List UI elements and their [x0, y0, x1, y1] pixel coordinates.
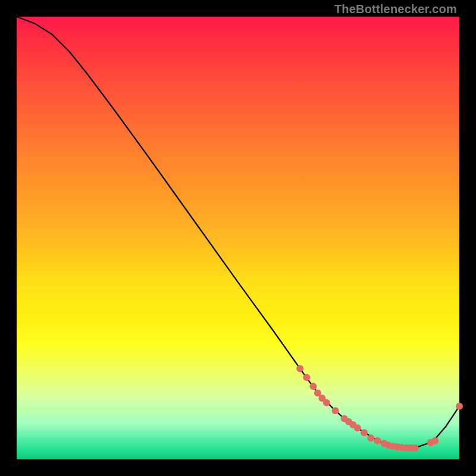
highlighted-points: [296, 365, 463, 451]
marker-point: [374, 437, 381, 444]
plot-area: [17, 17, 459, 459]
marker-point: [303, 374, 310, 381]
marker-point: [456, 403, 463, 410]
marker-point: [309, 383, 317, 390]
chart-svg: [17, 17, 459, 459]
marker-point: [296, 365, 303, 372]
marker-point: [431, 437, 439, 444]
marker-point: [332, 407, 339, 414]
chart-canvas: TheBottlenecker.com: [0, 0, 476, 476]
marker-point: [412, 444, 419, 452]
marker-point: [361, 429, 368, 436]
marker-point: [367, 434, 374, 441]
bottleneck-curve: [17, 17, 459, 448]
marker-point: [323, 399, 330, 406]
watermark-text: TheBottlenecker.com: [334, 2, 457, 16]
marker-point: [354, 424, 361, 431]
